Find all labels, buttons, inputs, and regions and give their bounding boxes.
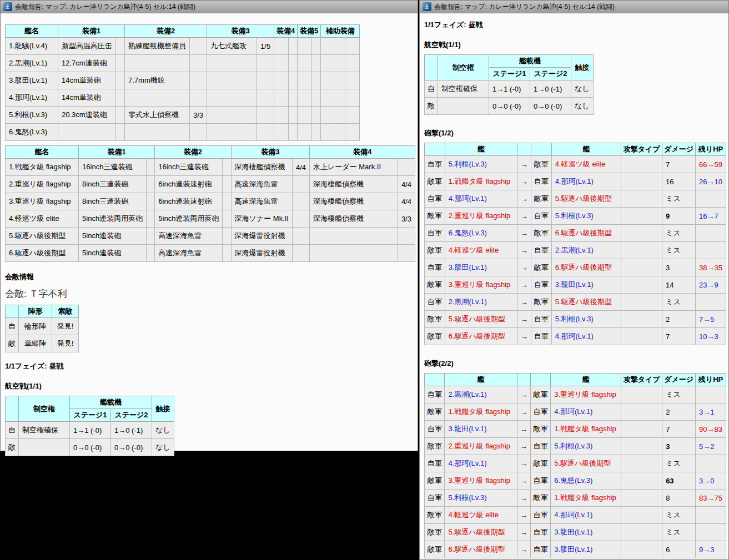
damage-cell: 2 (662, 403, 696, 421)
equipment-cell (274, 107, 289, 124)
target-side-cell: 自軍 (531, 328, 551, 345)
attacker-ship-cell: 4.軽巡ツ級 elite (445, 242, 517, 259)
air-row-enemy: 敵 0→0 (-0) 0→0 (-0) なし (6, 439, 174, 456)
equipment-cell: 深海棲艦偵察機 (310, 193, 398, 210)
equipment-cell: 8inch三連装砲 (79, 193, 147, 210)
arrow-cell: → (517, 294, 531, 311)
damage-cell: 3 (662, 438, 696, 455)
attacker-ship-cell: 4.那珂(Lv.1) (445, 455, 517, 472)
remaining-hp-cell (696, 507, 726, 524)
plane-count-cell (292, 245, 309, 262)
attacker-ship-cell: 5.駆逐ハ級後期型 (445, 311, 517, 328)
equipment-cell (298, 107, 312, 124)
phase-heading: 1/1フェイズ: 昼戦 (5, 361, 415, 371)
attacker-ship-cell: 2.黒潮(Lv.1) (445, 294, 517, 311)
plane-count-cell (398, 159, 415, 176)
target-side-cell: 自軍 (530, 524, 550, 541)
equipment-cell: 深海ソナー Mk.II (231, 210, 292, 228)
attack-type-cell (621, 208, 662, 225)
plane-count-cell (292, 176, 309, 193)
damage-cell: 3 (662, 259, 696, 276)
equipment-cell: 深海爆雷投射機 (231, 245, 292, 262)
arrow-cell: → (517, 242, 531, 259)
ship-name-cell: 5.駆逐ハ級後期型 (6, 228, 79, 245)
ship-name-cell: 6.鬼怒(Lv.3) (6, 124, 58, 141)
window-titlebar[interactable]: ⚓ 会敵報告: マップ: カレー洋リランカ島沖(4-5) セル:14 (戦闘) (1, 1, 418, 13)
attacker-side-cell: 敵軍 (425, 173, 445, 190)
plane-count-cell (398, 228, 415, 245)
ship-name-cell: 1.龍驤(Lv.4) (6, 38, 58, 55)
target-ship-cell: 4.軽巡ツ級 elite (551, 156, 621, 173)
plane-count-cell (116, 124, 125, 141)
plane-count-cell (312, 107, 321, 124)
equipment-cell: 20.3cm連装砲 (58, 107, 116, 124)
report-content: 艦名 装備1 装備2 装備3 装備4 装備5 補助装備 1.龍驤(Lv.4)新型… (1, 13, 418, 456)
equipment-cell (310, 228, 398, 245)
equipment-cell (125, 89, 190, 107)
equip4-header: 装備4 (274, 25, 298, 38)
plane-count-cell (190, 124, 207, 141)
attacker-ship-cell: 1.戦艦タ級 flagship (445, 403, 517, 421)
target-ship-cell: 5.利根(Lv.3) (551, 311, 621, 328)
target-ship-header: 艦 (551, 143, 621, 156)
plane-count-cell (223, 193, 231, 210)
target-ship-cell: 1.戦艦タ級 flagship (551, 421, 621, 438)
attack-type-cell (621, 225, 662, 242)
target-side-cell: 自軍 (531, 173, 551, 190)
arrow-cell: → (517, 156, 531, 173)
attacker-ship-cell: 6.駆逐ハ級後期型 (445, 541, 517, 558)
attacker-ship-cell: 3.龍田(Lv.1) (445, 421, 517, 438)
air-battle-table: 制空権 艦載機 触接 ステージ1 ステージ2 自 制空権確保 1→1 (-0) … (424, 54, 594, 115)
equipment-cell: 深海棲艦偵察機 (310, 210, 398, 228)
remaining-hp-cell: 26→10 (696, 173, 726, 190)
air-supremacy-header: 制空権 (438, 55, 489, 80)
target-side-cell: 敵軍 (530, 421, 550, 438)
equipment-cell (207, 72, 257, 89)
attack-type-cell (621, 541, 662, 558)
attacker-ship-cell: 3.重巡リ級 flagship (445, 472, 517, 490)
remaining-hp-cell: 10→3 (696, 328, 726, 345)
equip2-header: 装備2 (125, 25, 207, 38)
equipment-cell: 熟練艦載機整備員 (125, 38, 190, 55)
equipment-cell: 九七式艦攻 (207, 38, 257, 55)
plane-count-cell (147, 193, 155, 210)
target-ship-cell: 4.那珂(Lv.1) (551, 173, 621, 190)
attacker-ship-cell: 3.重巡リ級 flagship (445, 276, 517, 294)
plane-count-cell (345, 107, 360, 124)
ship-name-cell: 4.那珂(Lv.1) (6, 89, 58, 107)
plane-count-cell (223, 228, 231, 245)
air-supremacy-cell: 制空権確保 (438, 80, 489, 98)
attacker-side-cell: 自軍 (425, 421, 445, 438)
window-titlebar[interactable]: ⚓ 会敵報告: マップ: カレー洋リランカ島沖(4-5) セル:14 (戦闘) (420, 1, 728, 13)
target-side-cell: 自軍 (531, 242, 551, 259)
stage1-header: ステージ1 (70, 409, 111, 422)
remaining-hp-cell (696, 190, 726, 208)
stage2-cell: 1→0 (-1) (111, 422, 152, 439)
equipment-cell (274, 72, 289, 89)
remaining-hp-cell (696, 524, 726, 541)
arrow-cell: → (517, 524, 530, 541)
equipment-cell (298, 38, 312, 55)
target-side-cell: 敵軍 (531, 225, 551, 242)
damage-cell: ミス (662, 225, 696, 242)
equipment-cell (321, 72, 345, 89)
plane-count-cell: 4/4 (398, 193, 415, 210)
attacker-side-cell: 敵軍 (425, 507, 445, 524)
target-side-cell: 敵軍 (530, 455, 550, 472)
plane-count-cell (116, 107, 125, 124)
remaining-hp-cell (696, 225, 726, 242)
damage-cell: 8 (662, 490, 696, 507)
plane-count-cell (223, 210, 231, 228)
plane-count-cell (147, 245, 155, 262)
side-cell: 自 (6, 422, 19, 439)
equip1-header: 装備1 (79, 146, 155, 159)
equipment-cell (274, 38, 289, 55)
plane-count-cell (312, 38, 321, 55)
ship-name-cell: 4.軽巡ツ級 elite (6, 210, 79, 228)
air-header-row-1: 制空権 艦載機 触接 (425, 55, 594, 68)
damage-cell: ミス (662, 190, 696, 208)
stage2-header: ステージ2 (111, 409, 152, 422)
attacker-side-cell: 自軍 (425, 225, 445, 242)
stage2-cell: 1→0 (-1) (530, 80, 571, 98)
attack-type-cell (621, 242, 662, 259)
